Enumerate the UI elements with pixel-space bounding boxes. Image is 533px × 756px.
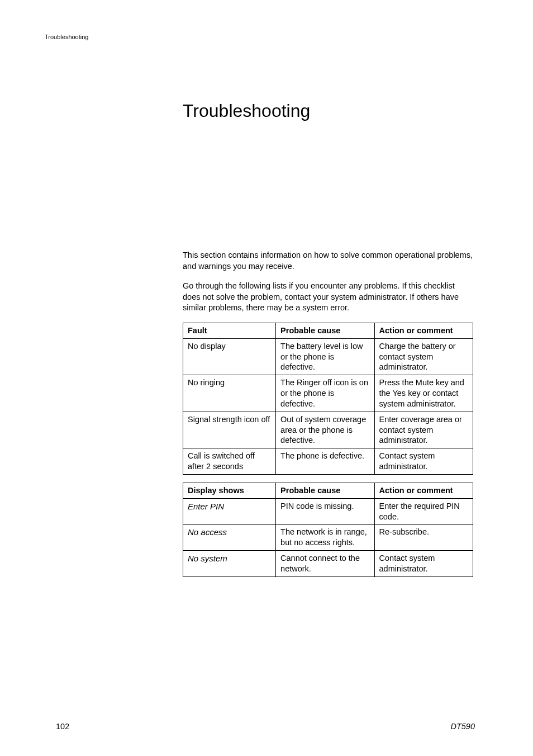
table-header-action: Action or comment <box>374 323 473 338</box>
cell-action: Contact system administrator. <box>374 448 473 475</box>
cell-display: Enter PIN <box>183 498 276 525</box>
cell-cause: Out of system coverage area or the phone… <box>276 412 374 448</box>
cell-display: No system <box>183 551 276 577</box>
main-content: Troubleshooting This section contains in… <box>183 101 473 585</box>
cell-action: Contact system administrator. <box>374 551 473 577</box>
intro-paragraph-1: This section contains information on how… <box>183 250 473 272</box>
cell-cause: The Ringer off icon is on or the phone i… <box>276 375 374 412</box>
table-header-cause: Probable cause <box>276 323 374 338</box>
table-row: No system Cannot connect to the network.… <box>183 551 473 577</box>
table-row: Enter PIN PIN code is missing. Enter the… <box>183 498 473 525</box>
display-table: Display shows Probable cause Action or c… <box>183 483 473 577</box>
cell-cause: The phone is defective. <box>276 448 374 475</box>
cell-action: Enter coverage area or contact system ad… <box>374 412 473 448</box>
table-row: No display The battery level is low or t… <box>183 338 473 375</box>
table-row: Call is switched off after 2 seconds The… <box>183 448 473 475</box>
table-header-display: Display shows <box>183 483 276 498</box>
cell-fault: Signal strength icon off <box>183 412 276 448</box>
page-title: Troubleshooting <box>183 101 473 121</box>
cell-fault: No ringing <box>183 375 276 412</box>
cell-cause: The network is in range, but no access r… <box>276 525 374 551</box>
cell-action: Press the Mute key and the Yes key or co… <box>374 375 473 412</box>
document-id: DT590 <box>450 722 475 731</box>
table-row: No ringing The Ringer off icon is on or … <box>183 375 473 412</box>
cell-cause: PIN code is missing. <box>276 498 374 525</box>
cell-cause: Cannot connect to the network. <box>276 551 374 577</box>
cell-cause: The battery level is low or the phone is… <box>276 338 374 375</box>
cell-action: Re-subscribe. <box>374 525 473 551</box>
table-header-action: Action or comment <box>374 483 473 498</box>
table-row: No access The network is in range, but n… <box>183 525 473 551</box>
running-header: Troubleshooting <box>45 34 88 40</box>
table-header-row: Display shows Probable cause Action or c… <box>183 483 473 498</box>
cell-display: No access <box>183 525 276 551</box>
cell-fault: Call is switched off after 2 seconds <box>183 448 276 475</box>
page-number: 102 <box>56 722 69 731</box>
cell-action: Enter the required PIN code. <box>374 498 473 525</box>
table-header-row: Fault Probable cause Action or comment <box>183 323 473 338</box>
table-row: Signal strength icon off Out of system c… <box>183 412 473 448</box>
intro-paragraph-2: Go through the following lists if you en… <box>183 281 473 314</box>
cell-fault: No display <box>183 338 276 375</box>
table-header-fault: Fault <box>183 323 276 338</box>
cell-action: Charge the battery or contact system adm… <box>374 338 473 375</box>
table-header-cause: Probable cause <box>276 483 374 498</box>
fault-table: Fault Probable cause Action or comment N… <box>183 323 473 475</box>
page-footer: 102 DT590 <box>56 722 475 731</box>
